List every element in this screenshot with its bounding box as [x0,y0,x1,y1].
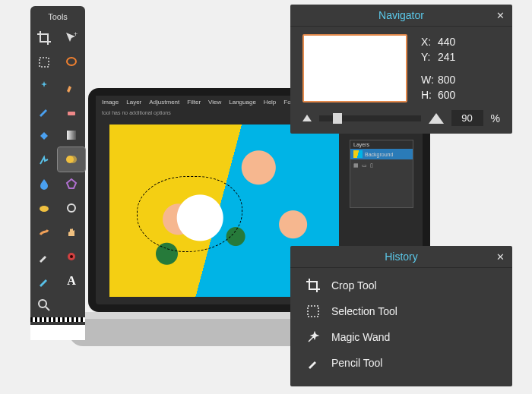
svg-rect-3 [68,112,75,115]
tools-title: Tools [30,11,85,26]
bucket-tool-icon[interactable] [30,123,58,147]
history-item-selection[interactable]: Selection Tool [290,298,512,324]
menu-layer[interactable]: Layer [126,99,141,106]
magic-wand-icon[interactable] [30,74,58,99]
zoom-tool-icon[interactable] [30,293,58,317]
svg-rect-14 [308,306,318,317]
nav-y-label: Y: [421,51,438,63]
svg-point-9 [68,204,75,212]
svg-point-6 [69,156,77,163]
zoom-value[interactable]: 90 [451,110,483,126]
zoom-out-icon[interactable] [302,115,312,121]
layer-icon[interactable]: ▯ [370,162,373,169]
svg-point-8 [40,206,49,212]
eraser-tool-icon[interactable] [58,99,85,123]
navigator-info: X:440 Y:241 W:800 H:600 [421,34,455,102]
layer-action-icons: ▦ ▭ ▯ [350,159,413,172]
retouch-tool-icon[interactable] [58,147,85,172]
selection-icon [306,304,321,319]
nav-h-label: H: [421,89,438,101]
layers-panel[interactable]: Layers Background ▦ ▭ ▯ [350,140,413,208]
svg-rect-1 [40,58,49,67]
swatch-3[interactable] [67,325,85,340]
zoom-slider[interactable] [319,115,421,121]
nav-y-value: 241 [438,51,455,63]
zoom-slider-thumb[interactable] [333,113,342,124]
layer-icon[interactable]: ▭ [362,162,367,169]
tools-panel: Tools + A [30,6,85,340]
dodge-tool-icon[interactable] [58,196,85,220]
nav-x-value: 440 [438,36,455,48]
pencil-icon [306,355,321,370]
history-item-pencil[interactable]: Pencil Tool [290,350,512,376]
zoom-in-icon[interactable] [429,113,444,124]
menu-image[interactable]: Image [102,99,119,106]
svg-point-2 [67,58,76,65]
navigator-panel: Navigator ✕ X:440 Y:241 W:800 H:600 90 % [290,5,512,134]
nav-x-label: X: [421,36,438,48]
svg-line-13 [46,307,49,310]
menu-view[interactable]: View [208,99,221,106]
crop-icon [306,278,321,293]
layer-background[interactable]: Background [350,149,413,159]
svg-point-11 [70,255,73,258]
sponge-tool-icon[interactable] [30,196,58,220]
zoom-pct: % [491,112,500,125]
history-item-wand[interactable]: Magic Wand [290,324,512,350]
marker-tool-icon[interactable] [30,269,58,293]
gradient-tool-icon[interactable] [58,123,85,147]
color-swatches [30,325,85,340]
nav-w-label: W: [421,74,438,86]
history-item-crop[interactable]: Crop Tool [290,273,512,298]
history-label: Crop Tool [331,279,377,292]
clone-tool-icon[interactable] [30,147,58,172]
menu-filter[interactable]: Filter [187,99,201,106]
close-icon[interactable]: ✕ [496,10,505,21]
swatch-2[interactable] [49,325,67,340]
nav-h-value: 600 [438,89,455,101]
layer-thumbnail [353,150,363,158]
navigator-title: Navigator [378,9,424,21]
close-icon[interactable]: ✕ [496,251,505,263]
eyedropper-tool-icon[interactable] [30,244,58,269]
move-tool-icon[interactable]: + [58,26,85,50]
history-panel: History ✕ Crop Tool Selection Tool Magic… [290,246,512,386]
history-label: Pencil Tool [331,357,382,369]
crop-tool-icon[interactable] [30,26,58,50]
brush-tool-icon[interactable] [58,74,85,99]
history-label: Selection Tool [331,305,397,317]
layer-label: Background [365,152,393,157]
blur-tool-icon[interactable] [30,172,58,196]
shape-tool-icon[interactable] [58,172,85,196]
navigator-thumbnail[interactable] [302,34,407,102]
history-header: History ✕ [290,246,512,268]
smudge-tool-icon[interactable] [30,220,58,244]
wand-icon [306,329,321,345]
menu-adjustment[interactable]: Adjustment [149,99,179,106]
nav-w-value: 800 [438,74,455,86]
lasso-selection [137,176,242,252]
layer-icon[interactable]: ▦ [353,162,359,169]
svg-rect-4 [67,131,76,140]
redeye-tool-icon[interactable] [58,244,85,269]
text-tool-icon[interactable]: A [58,269,85,293]
svg-point-12 [39,300,46,307]
navigator-header: Navigator ✕ [290,5,512,27]
marquee-tool-icon[interactable] [30,50,58,74]
svg-marker-7 [67,179,76,188]
swatch-divider [30,317,85,322]
pencil-tool-icon[interactable] [30,99,58,123]
history-label: Magic Wand [331,331,390,343]
menu-language[interactable]: Language [229,99,256,106]
spare-tool-icon[interactable] [58,293,85,317]
menu-help[interactable]: Help [264,99,276,106]
history-title: History [385,251,418,263]
lasso-tool-icon[interactable] [58,50,85,74]
hand-tool-icon[interactable] [58,220,85,244]
svg-text:+: + [74,31,78,38]
swatch-1[interactable] [30,325,49,340]
layers-title: Layers [350,140,413,149]
